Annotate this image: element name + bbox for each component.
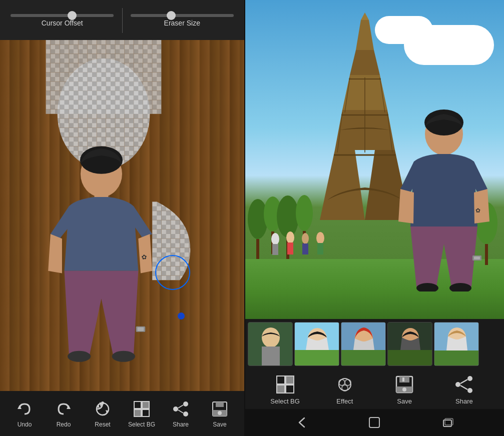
svg-point-95 — [339, 380, 345, 386]
share-label-right: Share — [455, 398, 473, 405]
undo-label: Undo — [18, 421, 32, 428]
reset-icon — [93, 399, 113, 419]
svg-line-32 — [178, 405, 183, 408]
cursor-offset-group: Cursor Offset — [5, 14, 120, 27]
svg-point-31 — [183, 412, 188, 416]
svg-rect-88 — [434, 350, 479, 366]
thumbnail-3[interactable] — [341, 322, 386, 366]
svg-rect-91 — [286, 376, 294, 384]
back-button[interactable] — [294, 415, 309, 430]
svg-rect-28 — [142, 410, 149, 416]
svg-point-17 — [68, 351, 91, 362]
thumbnail-2[interactable] — [294, 322, 339, 366]
svg-rect-37 — [218, 411, 222, 415]
select-bg-button-right[interactable]: Select BG — [265, 374, 305, 405]
svg-point-61 — [286, 232, 294, 244]
svg-rect-82 — [341, 350, 386, 366]
save-button-left[interactable]: Save — [205, 399, 235, 428]
share-label-left: Share — [173, 421, 189, 428]
eraser-size-track[interactable] — [131, 14, 234, 17]
top-controls: Cursor Offset Eraser Size — [0, 0, 244, 40]
svg-rect-85 — [388, 350, 432, 366]
thumbnail-1[interactable] — [248, 322, 293, 366]
svg-rect-77 — [262, 346, 280, 366]
thumbnail-4[interactable] — [387, 322, 432, 366]
redo-button[interactable]: Redo — [49, 399, 79, 428]
cursor-offset-thumb[interactable] — [68, 11, 77, 20]
save-label-right: Save — [397, 398, 412, 405]
home-button[interactable] — [367, 415, 382, 430]
person-svg: ✿ — [0, 40, 244, 391]
svg-line-106 — [460, 380, 467, 384]
reset-button[interactable]: Reset — [88, 399, 118, 428]
save-label-left: Save — [213, 421, 226, 428]
share-button-left[interactable]: Share — [166, 399, 196, 428]
svg-point-18 — [112, 351, 135, 362]
control-divider — [122, 8, 123, 33]
svg-point-29 — [183, 402, 188, 406]
thumbnail-strip — [245, 319, 504, 369]
svg-rect-102 — [402, 378, 404, 382]
svg-point-101 — [402, 388, 406, 392]
main-photo-area[interactable]: ✿ — [245, 0, 504, 319]
recent-apps-button[interactable] — [440, 415, 455, 430]
right-panel: ✿ — [245, 0, 504, 436]
undo-button[interactable]: Undo — [10, 399, 40, 428]
save-icon-left — [210, 399, 230, 419]
eraser-size-group: Eraser Size — [125, 14, 240, 27]
cursor-dot — [178, 312, 185, 320]
svg-point-105 — [467, 388, 472, 393]
svg-rect-26 — [142, 402, 149, 408]
navigation-bar — [245, 409, 504, 436]
svg-line-107 — [460, 386, 467, 390]
save-icon-right — [393, 374, 415, 396]
eraser-size-thumb[interactable] — [167, 11, 176, 20]
svg-rect-108 — [369, 418, 379, 428]
svg-point-59 — [271, 233, 279, 245]
cursor-offset-track[interactable] — [11, 14, 114, 17]
svg-rect-79 — [295, 350, 339, 366]
thumbnail-5[interactable] — [434, 322, 479, 366]
select-bg-icon — [132, 399, 152, 419]
svg-rect-48 — [256, 239, 259, 259]
left-panel: Cursor Offset Eraser Size — [0, 0, 245, 436]
effect-label: Effect — [336, 398, 353, 405]
effect-button[interactable]: Effect — [325, 374, 365, 405]
svg-rect-60 — [272, 244, 278, 255]
svg-rect-25 — [134, 402, 141, 408]
svg-text:✿: ✿ — [475, 207, 480, 214]
svg-rect-92 — [277, 385, 285, 393]
svg-rect-64 — [302, 244, 308, 254]
share-button-right[interactable]: Share — [444, 374, 484, 405]
svg-rect-66 — [317, 243, 323, 254]
select-bg-button-left[interactable]: Select BG — [127, 399, 157, 428]
share-icon-right — [453, 374, 475, 396]
select-bg-icon-right — [274, 374, 296, 396]
right-bottom-toolbar: Select BG Effect — [245, 369, 504, 409]
select-bg-label-right: Select BG — [270, 398, 300, 405]
undo-icon — [15, 399, 35, 419]
svg-point-53 — [296, 195, 313, 231]
svg-point-76 — [262, 328, 280, 348]
effect-icon — [334, 374, 356, 396]
svg-point-104 — [455, 382, 460, 387]
eraser-size-label: Eraser Size — [164, 19, 200, 27]
select-bg-label-left: Select BG — [128, 421, 155, 428]
redo-icon — [54, 399, 74, 419]
eiffel-scene: ✿ — [245, 0, 504, 319]
svg-point-96 — [345, 380, 351, 386]
save-button-right[interactable]: Save — [384, 374, 424, 405]
svg-rect-72 — [474, 256, 480, 260]
trees — [245, 169, 315, 279]
svg-point-30 — [173, 406, 178, 412]
person-composite: ✿ — [391, 96, 496, 292]
svg-rect-10 — [46, 40, 162, 114]
svg-rect-35 — [216, 402, 224, 407]
left-bottom-toolbar: Undo Redo — [0, 391, 244, 436]
canvas-area[interactable]: ✿ — [0, 40, 244, 391]
cursor-offset-label: Cursor Offset — [42, 19, 83, 27]
background-crowd — [265, 232, 365, 262]
svg-line-33 — [178, 410, 183, 413]
redo-label: Redo — [57, 421, 71, 428]
reset-label: Reset — [95, 421, 110, 428]
